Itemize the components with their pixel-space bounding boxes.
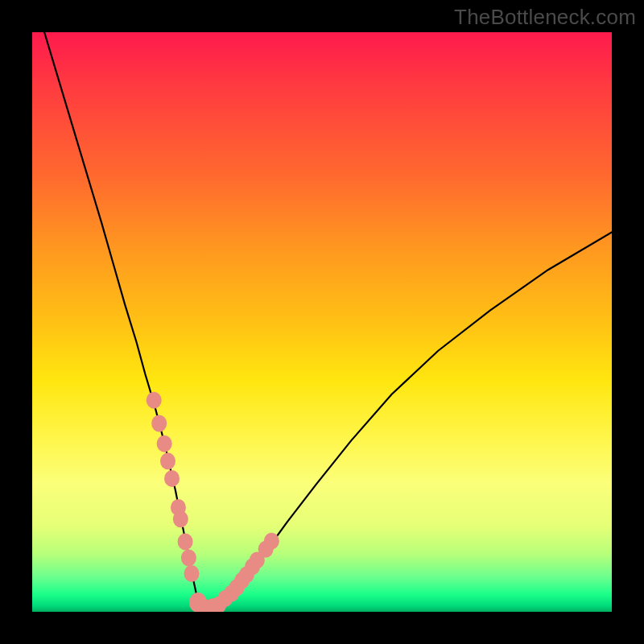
bottleneck-curve <box>32 32 612 611</box>
data-dot <box>181 550 196 567</box>
data-dot <box>184 565 200 582</box>
dot-cluster-right <box>211 533 279 612</box>
data-dot <box>178 533 193 550</box>
data-dot <box>147 392 162 409</box>
dot-cluster-bottom <box>189 592 222 612</box>
data-dot <box>151 415 167 432</box>
dot-cluster-left <box>147 392 200 582</box>
data-dot <box>264 533 279 550</box>
data-dot <box>157 436 172 452</box>
data-dot <box>173 510 188 527</box>
curve-svg <box>32 32 612 612</box>
watermark-label: TheBottleneck.com <box>454 5 636 30</box>
plot-area <box>32 32 612 612</box>
chart-frame: TheBottleneck.com <box>0 0 644 644</box>
data-dot <box>164 470 180 487</box>
data-dot <box>160 452 175 469</box>
